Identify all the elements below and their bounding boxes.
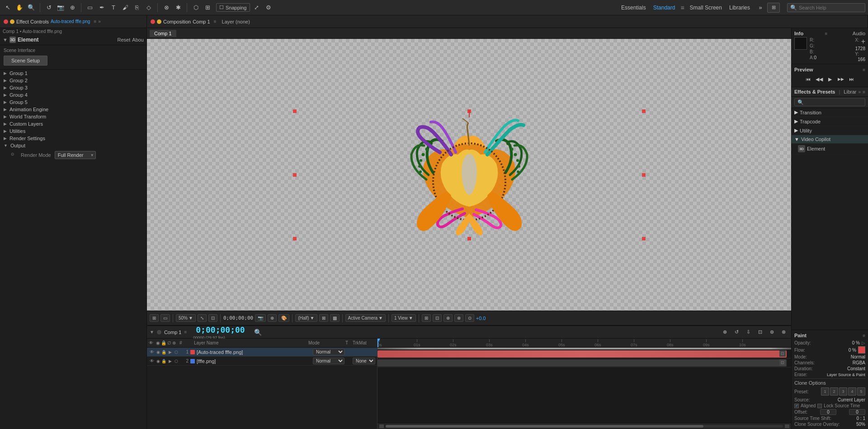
preset-btn-2[interactable]: 2 <box>830 387 838 396</box>
view-options-btn[interactable]: ⊞ <box>422 314 431 322</box>
tl-scroll-right-btn[interactable] <box>785 424 789 428</box>
output-item[interactable]: ▼ Output <box>0 142 146 149</box>
group5-item[interactable]: ▶ Group 5 <box>0 99 146 106</box>
workspace-essentials[interactable]: Essentials <box>619 4 648 12</box>
paint-header[interactable]: Paint ≡ <box>794 332 865 340</box>
animation-engine-item[interactable]: ▶ Animation Engine <box>0 106 146 113</box>
effects-group-utility[interactable]: ▶ Utility <box>792 126 868 135</box>
workspace-more-icon[interactable]: » <box>755 3 765 13</box>
tl-ctrl-2[interactable]: ↺ <box>731 327 741 337</box>
view-layout-btn[interactable]: ⊡ <box>433 314 442 322</box>
brush-tool-icon[interactable]: 🖌 <box>120 3 130 13</box>
transparency-btn[interactable]: ▩ <box>330 314 340 322</box>
preview-menu-icon[interactable]: ≡ <box>863 67 865 72</box>
preview-play-btn[interactable]: ▶ <box>826 75 834 83</box>
group4-item[interactable]: ▶ Group 4 <box>0 91 146 99</box>
offset-y-input[interactable] <box>849 409 865 415</box>
view-snap-btn[interactable]: ⊙ <box>465 314 474 322</box>
rotate-tool-icon[interactable]: ↺ <box>44 3 54 13</box>
effects-group-trapcode[interactable]: ▶ Trapcode <box>792 117 868 126</box>
layer2-lock-btn[interactable]: 🔒 <box>161 359 166 363</box>
zoom-dropdown[interactable]: 50% ▼ <box>176 314 196 322</box>
tl-ctrl-5[interactable]: ⊛ <box>767 327 777 337</box>
handle-bottom-left[interactable] <box>293 237 297 240</box>
layer1-eye-btn[interactable]: 👁 <box>149 349 155 355</box>
element-reset-btn[interactable]: Reset <box>118 37 131 42</box>
effects-search-input[interactable] <box>794 98 865 106</box>
track2-end-marker[interactable]: ⊡ <box>779 359 786 366</box>
effects-group-videocopilot[interactable]: ▼ Video Copilot <box>792 135 868 144</box>
composition-menu-icon[interactable]: ≡ <box>214 19 217 24</box>
preset-btn-5[interactable]: 5 <box>857 387 865 396</box>
tl-playhead[interactable] <box>377 339 378 347</box>
handle-middle-right[interactable] <box>642 173 646 177</box>
comp-tab[interactable]: Comp 1 <box>150 30 176 37</box>
handle-bottom-right[interactable] <box>642 237 646 240</box>
layer2-eye-btn[interactable]: 👁 <box>149 358 155 364</box>
eraser-tool-icon[interactable]: ◇ <box>144 3 154 13</box>
render-settings-item[interactable]: ▶ Render Settings <box>0 135 146 142</box>
preset-btn-3[interactable]: 3 <box>839 387 847 396</box>
search-input[interactable] <box>799 5 862 10</box>
preview-last-btn[interactable]: ⏭ <box>848 75 856 83</box>
layer1-lock-btn[interactable]: 🔒 <box>161 350 166 354</box>
tl-scroll-left-btn[interactable] <box>379 424 384 428</box>
layer1-mode-select[interactable]: Normal <box>313 349 344 355</box>
world-transform-item[interactable]: ▶ World Transform <box>0 113 146 120</box>
rect-tool-icon[interactable]: ▭ <box>85 3 95 13</box>
handle-bottom-center[interactable] <box>467 237 471 240</box>
lock-source-checkbox[interactable] <box>817 404 822 408</box>
fit-frame-btn[interactable]: ⤡ <box>198 314 207 322</box>
layer2-trkmat-select[interactable]: None <box>353 358 375 364</box>
effects-menu-icon[interactable]: ≡ <box>863 90 865 94</box>
snapping-button[interactable]: ☐ Snapping <box>216 3 250 12</box>
layer2-solo-btn[interactable]: ◉ <box>156 359 160 363</box>
timeline-tab-label[interactable]: Comp 1 <box>164 330 182 335</box>
tl-ctrl-6[interactable]: ⊗ <box>778 327 788 337</box>
align-icon[interactable]: ⊞ <box>203 3 212 13</box>
pen-tool-icon[interactable]: ✒ <box>97 3 107 13</box>
preset-btn-1[interactable]: 1 <box>821 387 829 396</box>
timeline-menu-icon[interactable]: ≡ <box>184 330 187 335</box>
effect-controls-menu-icon[interactable]: ≡ <box>94 19 96 24</box>
shape-tool-icon[interactable]: ⬡ <box>191 3 201 13</box>
info-menu-icon[interactable]: ≡ <box>825 31 828 36</box>
effect-controls-close-btn[interactable] <box>4 19 8 24</box>
track-bar-2[interactable] <box>377 359 787 367</box>
handle-middle-left[interactable] <box>293 173 297 177</box>
audio-tab[interactable]: Audio <box>853 31 865 36</box>
track1-end-marker[interactable]: ⊡ <box>779 350 786 357</box>
clone-tool-icon[interactable]: ⎘ <box>132 3 142 13</box>
group3-item[interactable]: ▶ Group 3 <box>0 84 146 91</box>
custom-layers-item[interactable]: ▶ Custom Layers <box>0 120 146 127</box>
preview-first-btn[interactable]: ⏮ <box>804 75 812 83</box>
element-about-btn[interactable]: Abou <box>132 37 144 42</box>
view-grid-btn[interactable]: ⊗ <box>454 314 463 322</box>
layer1-solo-btn[interactable]: ◉ <box>156 350 160 354</box>
offset-x-input[interactable] <box>820 409 836 415</box>
snapping-expand-icon[interactable]: ⤢ <box>252 3 262 13</box>
handle-top-left[interactable] <box>293 109 297 113</box>
hand-tool-icon[interactable]: ✋ <box>14 3 24 13</box>
composition-close-btn[interactable] <box>151 19 155 24</box>
paint-menu-icon[interactable]: ≡ <box>863 333 865 338</box>
view-safe-btn[interactable]: ⊕ <box>443 314 453 322</box>
element-arrow-icon[interactable]: ▼ <box>3 37 8 42</box>
tl-ctrl-1[interactable]: ⊕ <box>720 327 730 337</box>
utilities-item[interactable]: ▶ Utilities <box>0 127 146 135</box>
snapping-settings-icon[interactable]: ⚙ <box>264 3 274 13</box>
select-tool-icon[interactable]: ↖ <box>3 3 13 13</box>
workspace-standard[interactable]: Standard <box>651 4 677 12</box>
layer1-expand-btn[interactable]: ▶ <box>167 349 173 355</box>
paint-color-swatch[interactable] <box>858 346 865 354</box>
color-correction-btn[interactable]: ⊕ <box>268 314 277 322</box>
group2-item[interactable]: ▶ Group 2 <box>0 77 146 84</box>
monitor-icon[interactable]: ⊞ <box>767 3 780 13</box>
tl-ctrl-3[interactable]: ⇩ <box>743 327 753 337</box>
effects-expand-icon[interactable]: » <box>859 90 861 94</box>
preview-pause-btn[interactable]: ▶▶ <box>837 75 845 83</box>
handle-top-right[interactable] <box>642 109 646 113</box>
camera-snapshot-btn[interactable]: 📷 <box>255 314 266 322</box>
tl-collapse-icon[interactable]: ▼ <box>150 330 154 335</box>
tl-ctrl-4[interactable]: ⊡ <box>755 327 765 337</box>
